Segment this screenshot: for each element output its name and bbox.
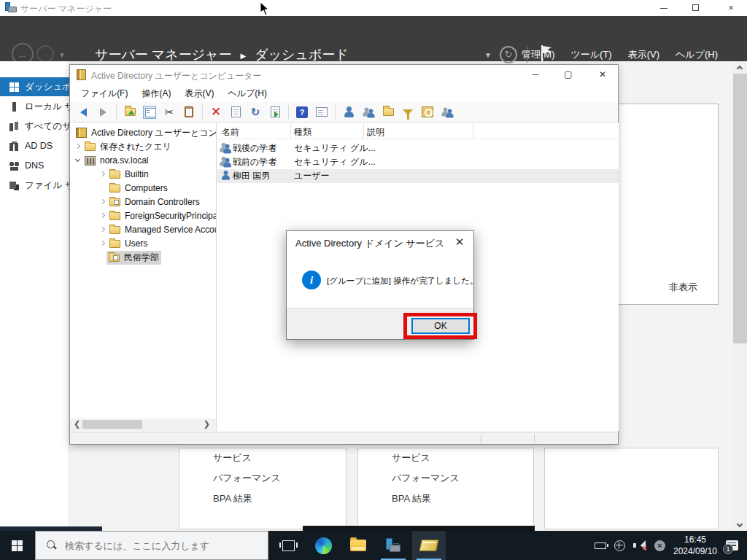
tile1-link-services[interactable]: サービス	[213, 448, 281, 469]
tile1-link-bpa[interactable]: BPA 結果	[213, 489, 281, 510]
server-manager-taskbar-button[interactable]	[376, 531, 410, 560]
collapse-icon[interactable]	[74, 157, 82, 164]
new-ou-icon[interactable]	[382, 106, 395, 119]
aduc-maximize-button[interactable]: ▢	[554, 65, 583, 85]
list-row-group-prewar[interactable]: 戦前の学者 セキュリティ グル...	[217, 155, 619, 169]
scroll-up-icon[interactable]	[737, 66, 743, 71]
sidebar-item-local-server[interactable]: ローカル サーバー	[0, 97, 69, 116]
dialog-close-icon[interactable]: ✕	[452, 234, 468, 250]
network-icon[interactable]	[614, 540, 625, 551]
tile2-link-bpa[interactable]: BPA 結果	[392, 489, 460, 510]
filter-icon[interactable]	[401, 106, 414, 119]
column-divider[interactable]	[473, 123, 473, 139]
tile2-link-services[interactable]: サービス	[392, 448, 460, 469]
taskbar-clock[interactable]: 16:45 2024/09/10	[668, 534, 722, 557]
menu-help[interactable]: ヘルプ(H)	[676, 48, 718, 61]
scroll-left-icon[interactable]: ❮	[74, 419, 80, 429]
tree-item-domain-controllers[interactable]: Domain Controllers	[70, 195, 217, 209]
expand-icon[interactable]	[99, 212, 107, 219]
sidebar-item-ad-ds[interactable]: AD DS	[0, 136, 69, 155]
show-window-icon[interactable]	[315, 106, 328, 119]
task-view-button[interactable]	[271, 531, 305, 560]
history-dropdown-icon[interactable]: ▼	[58, 51, 66, 59]
aduc-menu-file[interactable]: ファイル(F)	[81, 88, 128, 100]
sidebar-item-file-services[interactable]: ファイル サービスと記憶域サービス	[0, 176, 69, 195]
breadcrumb-current[interactable]: ダッシュボード	[255, 46, 349, 63]
scroll-down-icon[interactable]	[737, 521, 743, 527]
refresh-icon[interactable]: ↻	[249, 106, 262, 119]
expand-icon[interactable]	[99, 240, 107, 247]
console-tree-toggle-icon[interactable]	[143, 106, 156, 119]
taskbar-search[interactable]	[35, 531, 268, 560]
tree-item-managed-service-accounts[interactable]: Managed Service Accounts	[70, 223, 217, 236]
back-icon[interactable]	[77, 106, 90, 119]
tree-item-saved-queries[interactable]: 保存されたクエリ	[70, 140, 217, 153]
aduc-minimize-button[interactable]: ─	[521, 65, 550, 85]
column-divider[interactable]	[363, 123, 364, 139]
tree-item-foreign-security-principals[interactable]: ForeignSecurityPrincipals	[70, 209, 217, 222]
tile1-link-performance[interactable]: パフォーマンス	[213, 469, 281, 489]
tree-horizontal-scrollbar[interactable]: ❮ ❯	[70, 419, 217, 431]
delegate-icon[interactable]	[441, 106, 454, 119]
aduc-menu-action[interactable]: 操作(A)	[142, 88, 171, 100]
find-icon[interactable]	[421, 106, 434, 119]
tree-item-domain[interactable]: nora.sv.local	[70, 154, 217, 167]
tree-item-computers[interactable]: Computers	[70, 182, 217, 195]
export-list-icon[interactable]	[268, 106, 282, 119]
tree-item-root[interactable]: Active Directory ユーザーとコンピューター	[70, 126, 217, 139]
help-icon[interactable]: ?	[295, 106, 309, 119]
close-button[interactable]: ×	[715, 0, 747, 16]
menu-manage[interactable]: 管理(M)	[522, 48, 555, 61]
aduc-close-button[interactable]: ✕	[588, 65, 617, 85]
maximize-button[interactable]	[680, 0, 712, 16]
column-header-name[interactable]: 名前	[222, 126, 239, 139]
properties-icon[interactable]	[229, 106, 242, 119]
tree-item-minzokugakubu[interactable]: 民俗学部	[70, 251, 217, 264]
column-divider[interactable]	[290, 123, 291, 139]
cut-icon[interactable]: ✂	[163, 106, 176, 119]
tree-item-users[interactable]: Users	[70, 237, 217, 250]
start-button[interactable]	[0, 531, 35, 560]
new-group-icon[interactable]	[362, 106, 375, 119]
forward-icon[interactable]: →	[36, 45, 54, 63]
file-explorer-button[interactable]	[341, 531, 375, 560]
volume-muted-icon[interactable]: ✕	[633, 540, 646, 551]
refresh-icon[interactable]: ↻	[500, 46, 517, 63]
menu-view[interactable]: 表示(V)	[628, 48, 659, 61]
column-header-type[interactable]: 種類	[294, 126, 311, 139]
nav-dropdown-icon[interactable]: ▼	[484, 51, 492, 59]
search-input[interactable]	[65, 540, 262, 551]
expand-icon[interactable]	[99, 198, 107, 206]
minimize-button[interactable]	[648, 0, 680, 16]
sidebar-item-dashboard[interactable]: ダッシュボード	[0, 77, 69, 96]
tile2-link-performance[interactable]: パフォーマンス	[392, 469, 460, 489]
notification-center-button[interactable]: 1	[726, 531, 738, 560]
breadcrumb-root[interactable]: サーバー マネージャー	[95, 46, 232, 63]
sidebar-item-all-servers[interactable]: すべてのサーバー	[0, 117, 69, 136]
power-icon[interactable]	[595, 542, 606, 549]
list-row-user-yanagita[interactable]: 柳田 国男 ユーザー	[217, 169, 619, 183]
scrollbar-thumb[interactable]	[82, 420, 142, 429]
aduc-menu-view[interactable]: 表示(V)	[185, 88, 214, 100]
aduc-titlebar[interactable]: Active Directory ユーザーとコンピューター ─ ▢ ✕	[70, 65, 618, 85]
main-scrollbar[interactable]	[733, 61, 747, 531]
forward-icon[interactable]	[96, 106, 109, 119]
tray-close-icon[interactable]: ✕	[654, 540, 665, 551]
delete-icon[interactable]: ✕	[209, 106, 222, 119]
expand-icon[interactable]	[99, 226, 107, 233]
menu-tools[interactable]: ツール(T)	[570, 48, 611, 61]
new-user-icon[interactable]	[342, 106, 355, 119]
list-row-group-postwar[interactable]: 戦後の学者 セキュリティ グル...	[217, 141, 619, 155]
scrollbar-thumb[interactable]	[733, 74, 747, 343]
edge-button[interactable]	[306, 531, 340, 560]
column-header-description[interactable]: 説明	[367, 126, 384, 139]
paste-icon[interactable]	[182, 106, 196, 119]
hide-welcome-button[interactable]: 非表示	[669, 281, 697, 294]
tree-item-builtin[interactable]: Builtin	[70, 168, 217, 181]
sidebar-item-dns[interactable]: DNS	[0, 156, 69, 175]
expand-icon[interactable]	[99, 171, 107, 178]
scroll-right-icon[interactable]: ❯	[204, 419, 210, 429]
up-level-icon[interactable]	[123, 106, 136, 119]
aduc-menu-help[interactable]: ヘルプ(H)	[228, 88, 267, 100]
aduc-taskbar-button[interactable]	[412, 531, 446, 560]
